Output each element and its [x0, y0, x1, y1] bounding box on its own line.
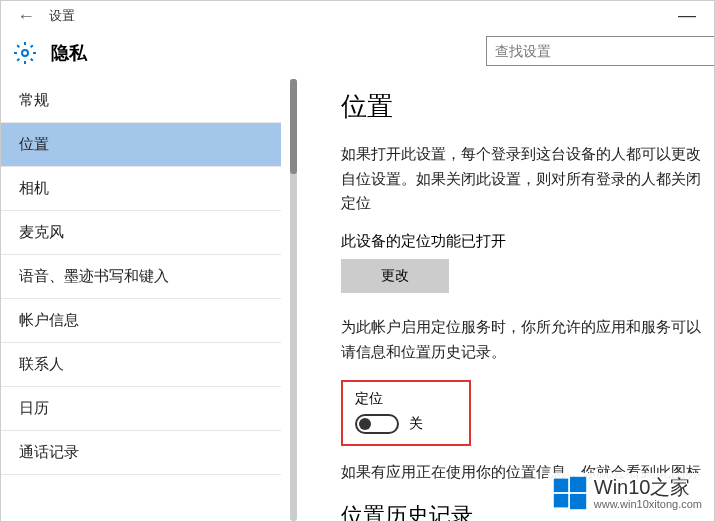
nav-camera[interactable]: 相机 — [1, 167, 281, 211]
nav-calendar[interactable]: 日历 — [1, 387, 281, 431]
nav-label: 联系人 — [19, 355, 64, 374]
location-description: 如果打开此设置，每个登录到这台设备的人都可以更改自位设置。如果关闭此设置，则对所… — [341, 142, 714, 216]
watermark-title: Win10之家 — [594, 476, 702, 498]
page-category: 隐私 — [51, 41, 87, 65]
content-pane: 位置 如果打开此设置，每个登录到这台设备的人都可以更改自位设置。如果关闭此设置，… — [311, 79, 714, 521]
nav-contacts[interactable]: 联系人 — [1, 343, 281, 387]
nav-label: 相机 — [19, 179, 49, 198]
search-input[interactable] — [495, 43, 706, 59]
nav-label: 常规 — [19, 91, 49, 110]
svg-rect-1 — [554, 479, 568, 493]
nav-speech-ink[interactable]: 语音、墨迹书写和键入 — [1, 255, 281, 299]
nav-microphone[interactable]: 麦克风 — [1, 211, 281, 255]
page-title: 位置 — [341, 89, 714, 124]
gear-icon — [11, 39, 39, 67]
watermark-url: www.win10xitong.com — [594, 498, 702, 510]
nav-label: 帐户信息 — [19, 311, 79, 330]
nav-call-history[interactable]: 通话记录 — [1, 431, 281, 475]
svg-rect-2 — [570, 477, 586, 492]
nav-label: 麦克风 — [19, 223, 64, 242]
back-button[interactable]: ← — [11, 6, 41, 27]
nav-label: 位置 — [19, 135, 49, 154]
device-location-status: 此设备的定位功能已打开 — [341, 232, 714, 251]
minimize-button[interactable]: — — [678, 5, 696, 26]
sidebar: 常规 位置 相机 麦克风 语音、墨迹书写和键入 帐户信息 联系人 日历 通话记录 — [1, 79, 311, 521]
change-button[interactable]: 更改 — [341, 259, 449, 293]
svg-point-0 — [22, 50, 28, 56]
windows-logo-icon — [552, 475, 588, 511]
svg-rect-3 — [554, 494, 568, 508]
nav-account-info[interactable]: 帐户信息 — [1, 299, 281, 343]
account-location-description: 为此帐户启用定位服务时，你所允许的应用和服务可以请信息和位置历史记录。 — [341, 315, 714, 364]
toggle-label: 定位 — [355, 390, 457, 408]
nav-label: 语音、墨迹书写和键入 — [19, 267, 169, 286]
location-toggle[interactable] — [355, 414, 399, 434]
search-box[interactable] — [486, 36, 714, 66]
nav-label: 日历 — [19, 399, 49, 418]
svg-rect-4 — [570, 494, 586, 509]
watermark: Win10之家 www.win10xitong.com — [548, 473, 706, 513]
toggle-state: 关 — [409, 415, 423, 433]
nav-general[interactable]: 常规 — [1, 79, 281, 123]
window-title: 设置 — [49, 7, 75, 25]
nav-location[interactable]: 位置 — [1, 123, 281, 167]
location-toggle-section: 定位 关 — [341, 380, 471, 446]
toggle-knob — [359, 418, 371, 430]
nav-label: 通话记录 — [19, 443, 79, 462]
